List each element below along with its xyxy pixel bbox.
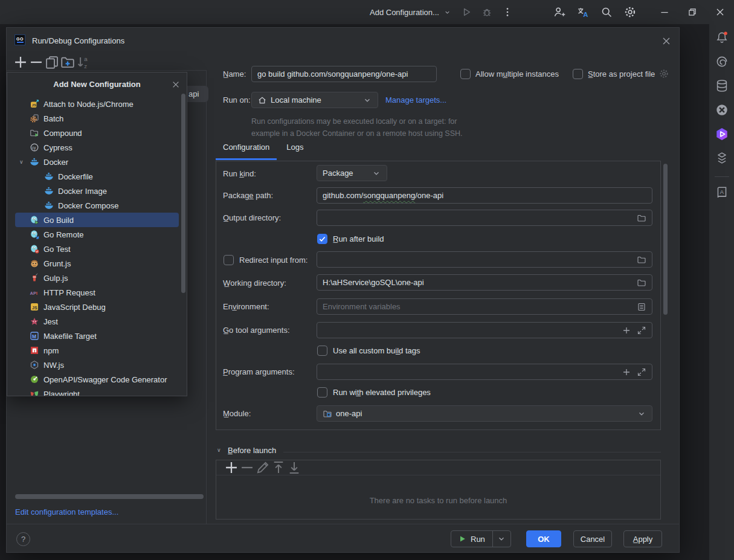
add-icon[interactable]	[13, 54, 28, 70]
config-type-cypress[interactable]: cy Cypress	[15, 140, 179, 155]
popup-close-icon[interactable]	[172, 80, 180, 89]
run-options-chevron[interactable]	[493, 531, 510, 547]
config-type-go-remote[interactable]: Go Remote	[15, 227, 179, 242]
new-folder-icon[interactable]	[60, 54, 76, 70]
database-icon[interactable]	[715, 79, 729, 93]
translate-icon[interactable]: A	[577, 6, 589, 18]
move-up-icon[interactable]	[271, 460, 286, 475]
sort-alpha-icon[interactable]: az	[76, 54, 91, 70]
chevron-down-icon	[497, 534, 506, 544]
redirect-input-checkbox[interactable]	[224, 255, 234, 265]
run-kind-select[interactable]: Package	[317, 165, 387, 181]
tab[interactable]: Configuration	[216, 143, 277, 160]
config-type-jest[interactable]: Jest	[15, 314, 179, 329]
before-launch-collapse-chevron[interactable]: ∨	[217, 447, 221, 453]
name-input[interactable]: go build github.com/songquanpeng/one-api	[251, 66, 437, 82]
go-tool-arguments-input[interactable]	[317, 322, 652, 338]
config-type-batch[interactable]: Batch	[15, 111, 179, 126]
config-type-docker-compose[interactable]: Docker Compose	[15, 198, 179, 213]
add-macro-icon[interactable]	[622, 326, 631, 335]
expand-field-icon[interactable]	[637, 326, 646, 335]
config-type-label: HTTP Request	[43, 288, 95, 297]
config-type-npm[interactable]: npm	[15, 343, 179, 358]
run-icon[interactable]	[461, 7, 472, 18]
use-custom-build-tags-checkbox[interactable]	[317, 346, 327, 356]
store-as-project-file-checkbox[interactable]	[573, 69, 583, 79]
ok-button[interactable]: OK	[526, 530, 561, 547]
search-everywhere-icon[interactable]	[600, 6, 613, 18]
config-type-grunt[interactable]: Grunt.js	[15, 256, 179, 271]
environment-input[interactable]: Environment variables	[317, 298, 652, 315]
config-type-docker-image[interactable]: Docker Image	[15, 184, 179, 198]
bell-icon[interactable]	[715, 30, 729, 45]
dialog-close-icon[interactable]	[662, 36, 671, 46]
window-minimize-button[interactable]	[651, 0, 678, 24]
layers-icon[interactable]	[715, 151, 729, 166]
window-close-button[interactable]	[706, 0, 734, 24]
expand-chevron-icon[interactable]: ∨	[19, 155, 30, 169]
debug-icon[interactable]	[481, 7, 492, 18]
working-directory-input[interactable]: H:\aHService\goSQL\one-api	[317, 274, 652, 291]
chevron-down-icon	[362, 95, 372, 105]
config-type-makefile[interactable]: M Makefile Target	[15, 329, 179, 343]
npm-icon	[30, 346, 39, 355]
js-debug-icon: JS	[30, 302, 39, 312]
run-button[interactable]: Run	[451, 531, 492, 547]
popup-scrollbar[interactable]	[181, 94, 185, 293]
config-type-docker[interactable]: ∨ Docker	[15, 155, 179, 169]
run-configuration-selector[interactable]: Add Configuration...	[370, 8, 451, 17]
config-type-dockerfile[interactable]: Dockerfile	[15, 169, 179, 184]
edit-templates-link[interactable]: Edit configuration templates...	[15, 507, 118, 517]
move-down-icon[interactable]	[286, 460, 302, 475]
expand-field-icon[interactable]	[637, 367, 646, 377]
plugin-x-icon[interactable]	[715, 103, 729, 117]
settings-gear-icon[interactable]	[624, 6, 636, 18]
browse-folder-icon[interactable]	[637, 255, 646, 265]
browse-folder-icon[interactable]	[637, 213, 646, 223]
output-directory-input[interactable]	[317, 210, 652, 226]
cancel-button[interactable]: Cancel	[573, 530, 612, 547]
tab[interactable]: Logs	[279, 143, 311, 160]
config-type-playwright[interactable]: Playwright	[15, 387, 179, 396]
add-icon[interactable]	[224, 460, 239, 475]
store-options-gear-icon[interactable]	[659, 69, 669, 79]
config-type-compound[interactable]: Compound	[15, 126, 179, 140]
config-type-go-build[interactable]: Go Build	[15, 213, 179, 227]
gulp-icon	[30, 273, 39, 283]
form-scrollbar[interactable]	[663, 164, 668, 315]
window-restore-button[interactable]	[678, 0, 706, 24]
help-button[interactable]: ?	[16, 532, 30, 546]
remove-icon[interactable]	[239, 460, 255, 475]
manage-targets-link[interactable]: Manage targets...	[385, 95, 446, 105]
add-macro-icon[interactable]	[622, 367, 631, 377]
config-type-js-debug[interactable]: JS JavaScript Debug	[15, 300, 179, 314]
config-type-go-test[interactable]: Go Test	[15, 242, 179, 256]
hexagon-play-icon[interactable]	[715, 127, 729, 141]
copy-icon[interactable]	[44, 54, 60, 70]
allow-multiple-instances-checkbox[interactable]	[460, 69, 471, 79]
program-arguments-input[interactable]	[317, 364, 652, 380]
elevated-privileges-checkbox[interactable]	[317, 387, 327, 397]
run-after-build-checkbox[interactable]	[317, 234, 327, 244]
config-type-nwjs[interactable]: NW.js	[15, 358, 179, 372]
module-select[interactable]: one-api	[317, 405, 652, 422]
dictionary-icon[interactable]: A	[715, 185, 729, 200]
browse-folder-icon[interactable]	[637, 278, 646, 288]
run-on-select[interactable]: Local machine	[251, 92, 378, 108]
tree-horizontal-scrollbar[interactable]	[15, 494, 204, 499]
code-with-me-icon[interactable]	[553, 6, 565, 18]
more-actions-icon[interactable]	[502, 7, 513, 18]
config-type-openapi[interactable]: OpenAPI/Swagger Code Generator	[15, 372, 179, 387]
apply-button[interactable]: A̲pply	[623, 530, 662, 547]
environment-variables-icon[interactable]	[637, 302, 646, 312]
remove-icon[interactable]	[28, 54, 44, 70]
add-new-configuration-popup: Add New Configuration JS Attach to Node.…	[7, 72, 187, 396]
tree-selected-item-partial[interactable]: api	[185, 86, 208, 102]
config-type-http-request[interactable]: API HTTP Request	[15, 285, 179, 300]
config-type-attach-nodejs[interactable]: JS Attach to Node.js/Chrome	[15, 97, 179, 111]
edit-pencil-icon[interactable]	[255, 460, 271, 475]
redirect-input-path-input[interactable]	[317, 251, 652, 268]
config-type-gulp[interactable]: Gulp.js	[15, 271, 179, 285]
ai-assistant-icon[interactable]	[715, 54, 729, 69]
package-path-input[interactable]: github.com/songquanpeng/one-api	[317, 187, 652, 204]
